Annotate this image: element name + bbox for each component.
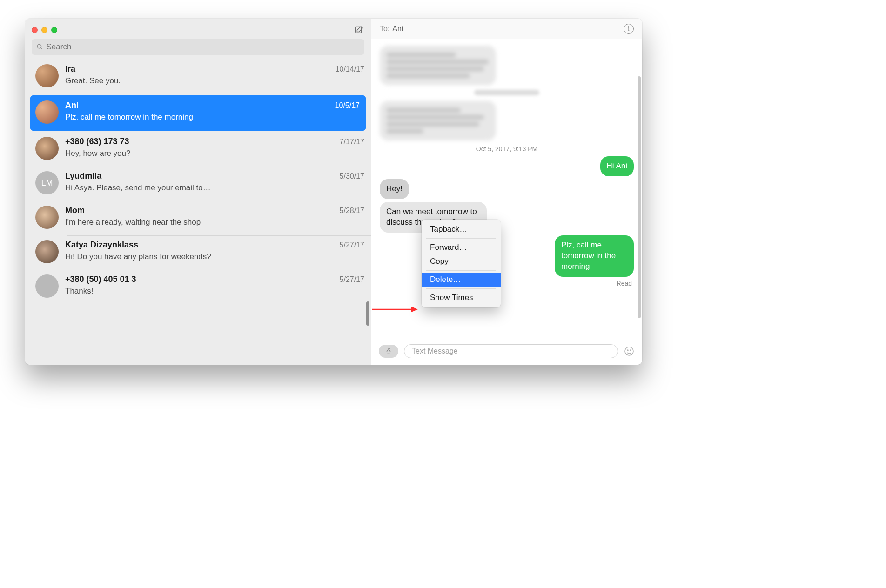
- search-icon: [36, 43, 44, 51]
- conversation-date: 7/17/17: [340, 138, 364, 146]
- svg-point-6: [630, 350, 631, 351]
- conversation-item-selected[interactable]: Ani 10/5/17 Plz, call me tomorrow in the…: [30, 95, 366, 131]
- conversation-item[interactable]: Ira 10/14/17 Great. See you.: [25, 60, 371, 94]
- conversation-preview: Plz, call me tomorrow in the morning: [65, 112, 360, 122]
- conversation-preview: Hey, how are you?: [65, 148, 364, 159]
- conversation-item[interactable]: Mom 5/28/17 I'm here already, waiting ne…: [25, 201, 371, 235]
- message-bubble: Hi Ani: [600, 156, 634, 176]
- blurred-message: [380, 46, 496, 85]
- conversation-date: 5/30/17: [340, 172, 364, 180]
- context-menu-separator: [426, 288, 496, 289]
- compose-icon[interactable]: [354, 25, 364, 35]
- to-label: To:: [380, 25, 389, 33]
- search-wrap: [25, 39, 371, 60]
- conversation-date: 5/28/17: [340, 207, 364, 215]
- conversation-date: 5/27/17: [340, 241, 364, 249]
- conversation-preview: Hi! Do you have any plans for weekends?: [65, 252, 364, 262]
- sidebar: Ira 10/14/17 Great. See you. Ani 10/5/17…: [25, 19, 371, 365]
- conversation-name: Ira: [65, 64, 75, 74]
- conversation-name: Ani: [65, 100, 79, 110]
- svg-marker-3: [411, 307, 418, 312]
- window-traffic-lights: [32, 27, 57, 33]
- context-menu-copy[interactable]: Copy: [422, 254, 501, 268]
- conversation-preview: Great. See you.: [65, 76, 364, 86]
- message-bubble: Plz, call me tomorrow in the morning: [555, 235, 634, 277]
- read-receipt: Read: [380, 280, 634, 287]
- svg-point-5: [627, 350, 628, 351]
- conversation-name: +380 (63) 173 73: [65, 137, 129, 147]
- avatar: LM: [35, 171, 59, 194]
- context-menu-forward[interactable]: Forward…: [422, 241, 501, 254]
- app-store-icon[interactable]: [379, 345, 398, 358]
- avatar: [35, 64, 59, 87]
- avatar: [35, 137, 59, 160]
- context-menu-show-times[interactable]: Show Times: [422, 291, 501, 305]
- annotation-arrow-icon: [371, 306, 418, 313]
- context-menu-delete[interactable]: Delete…: [422, 273, 501, 287]
- conversation-preview: Hi Asya. Please, send me your email to…: [65, 183, 364, 193]
- context-menu-separator: [426, 238, 496, 239]
- avatar: [35, 100, 59, 124]
- to-name: Ani: [392, 25, 403, 33]
- context-menu-separator: [426, 270, 496, 271]
- search-field[interactable]: [47, 42, 360, 52]
- conversation-date: 10/5/17: [335, 101, 360, 110]
- conversation-pane: To:Ani i Oct 5, 2017, 9:13 PM H: [371, 19, 642, 365]
- thread-scrollbar[interactable]: [638, 76, 641, 318]
- conversation-header: To:Ani i: [371, 19, 642, 39]
- conversation-preview: Thanks!: [65, 286, 364, 296]
- avatar: [35, 206, 59, 229]
- avatar: [35, 240, 59, 263]
- conversation-name: Lyudmila: [65, 171, 101, 181]
- conversation-item[interactable]: +380 (50) 405 01 3 5/27/17 Thanks!: [25, 270, 371, 304]
- conversation-item[interactable]: LM Lyudmila 5/30/17 Hi Asya. Please, sen…: [25, 167, 371, 201]
- context-menu: Tapback… Forward… Copy Delete… Show Time…: [422, 220, 501, 307]
- conversation-item[interactable]: Katya Dizaynklass 5/27/17 Hi! Do you hav…: [25, 235, 371, 270]
- text-cursor: [410, 347, 410, 355]
- sidebar-scrollbar[interactable]: [366, 301, 369, 326]
- conversation-item[interactable]: +380 (63) 173 73 7/17/17 Hey, how are yo…: [25, 132, 371, 167]
- window-minimize-button[interactable]: [41, 27, 47, 33]
- message-incoming[interactable]: Can we meet tomorrow to discuss the proj…: [380, 202, 634, 233]
- thread-timestamp: Oct 5, 2017, 9:13 PM: [380, 145, 634, 153]
- conversation-name: +380 (50) 405 01 3: [65, 274, 136, 284]
- window-close-button[interactable]: [32, 27, 38, 33]
- conversation-preview: I'm here already, waiting near the shop: [65, 217, 364, 227]
- conversation-list: Ira 10/14/17 Great. See you. Ani 10/5/17…: [25, 60, 371, 365]
- message-input-placeholder: Text Message: [412, 347, 458, 355]
- conversation-date: 10/14/17: [336, 65, 364, 74]
- message-input-bar: Text Message: [371, 340, 642, 365]
- message-input[interactable]: Text Message: [404, 344, 618, 358]
- blurred-timestamp: [380, 89, 634, 97]
- message-outgoing[interactable]: Plz, call me tomorrow in the morning: [380, 235, 634, 277]
- svg-point-4: [625, 347, 633, 355]
- message-outgoing[interactable]: Hi Ani: [380, 156, 634, 176]
- svg-point-1: [37, 45, 41, 48]
- context-menu-tapback[interactable]: Tapback…: [422, 222, 501, 236]
- conversation-date: 5/27/17: [340, 275, 364, 284]
- message-bubble: Hey!: [380, 179, 409, 199]
- conversation-name: Mom: [65, 206, 85, 215]
- avatar: [35, 274, 59, 298]
- search-input[interactable]: [32, 39, 364, 55]
- details-icon[interactable]: i: [624, 24, 634, 34]
- recipient-field[interactable]: To:Ani: [380, 25, 403, 33]
- blurred-message: [380, 101, 496, 140]
- sidebar-header: [25, 19, 371, 39]
- message-incoming[interactable]: Hey!: [380, 179, 634, 199]
- conversation-name: Katya Dizaynklass: [65, 240, 138, 250]
- window-zoom-button[interactable]: [51, 27, 57, 33]
- emoji-icon[interactable]: [624, 346, 635, 357]
- messages-window: Ira 10/14/17 Great. See you. Ani 10/5/17…: [25, 19, 642, 365]
- message-thread: Oct 5, 2017, 9:13 PM Hi Ani Hey! Can we …: [371, 39, 642, 340]
